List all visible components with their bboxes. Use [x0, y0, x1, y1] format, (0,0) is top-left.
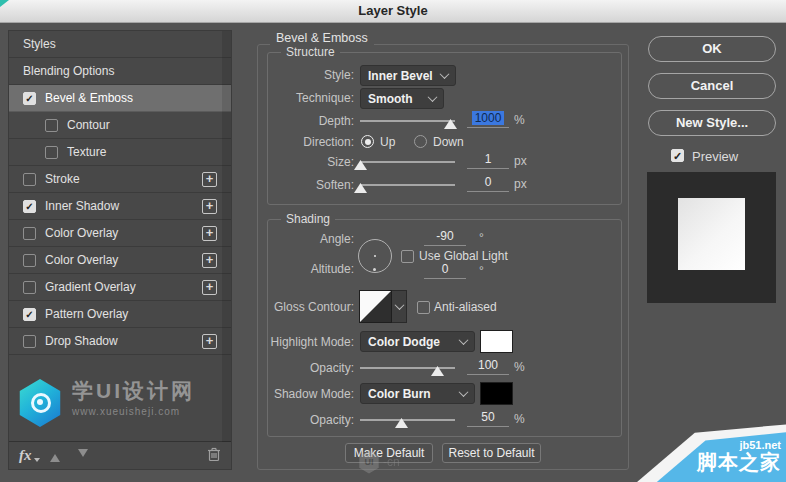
sidebar-item-contour[interactable]: Contour	[9, 112, 231, 139]
unchecked-checkbox-color-overlay-1[interactable]	[23, 227, 36, 240]
sidebar-item-gradient-overlay[interactable]: Gradient Overlay+	[9, 274, 231, 301]
uicn-logo-icon: UI	[358, 450, 380, 474]
add-effect-icon[interactable]: +	[202, 226, 217, 241]
highlight-mode-dropdown[interactable]: Color Dodge	[360, 331, 475, 352]
sidebar-item-color-overlay-1[interactable]: Color Overlay+	[9, 220, 231, 247]
unchecked-checkbox-stroke[interactable]	[23, 173, 36, 186]
highlight-opacity-label: Opacity:	[268, 361, 354, 375]
new-style-button[interactable]: New Style...	[648, 110, 776, 136]
size-input[interactable]: 1	[467, 151, 509, 169]
soften-label: Soften:	[268, 178, 354, 192]
anti-aliased-checkbox[interactable]	[417, 301, 430, 314]
unchecked-checkbox-texture[interactable]	[45, 146, 58, 159]
size-unit: px	[514, 154, 527, 168]
depth-input-selection: 1000	[472, 111, 505, 125]
altitude-input[interactable]: 0	[424, 261, 466, 279]
style-dropdown[interactable]: Inner Bevel	[360, 65, 456, 86]
shadow-mode-dropdown[interactable]: Color Burn	[360, 383, 475, 404]
sidebar-item-blending-options[interactable]: Blending Options	[9, 58, 231, 85]
depth-input[interactable]: 1000	[467, 110, 509, 128]
technique-label: Technique:	[268, 91, 354, 105]
soften-slider[interactable]	[360, 184, 455, 186]
direction-up-label[interactable]: Up	[380, 135, 395, 149]
sidebar-item-label: Contour	[67, 118, 217, 132]
highlight-opacity-slider[interactable]	[360, 367, 455, 369]
add-effect-icon[interactable]: +	[202, 199, 217, 214]
technique-dropdown[interactable]: Smooth	[360, 88, 444, 109]
gloss-contour-label: Gloss Contour:	[268, 300, 354, 314]
angle-input[interactable]: -90	[424, 228, 466, 246]
structure-legend: Structure	[281, 45, 340, 59]
checked-checkbox-pattern-overlay[interactable]: ✓	[23, 308, 36, 321]
move-effect-down-icon[interactable]	[78, 449, 88, 462]
cancel-button[interactable]: Cancel	[648, 73, 776, 99]
direction-down-radio[interactable]	[414, 135, 427, 148]
sidebar-item-inner-shadow[interactable]: ✓Inner Shadow+	[9, 193, 231, 220]
altitude-label: Altitude:	[268, 262, 354, 276]
sidebar-item-pattern-overlay[interactable]: ✓Pattern Overlay	[9, 301, 231, 328]
anti-aliased-label[interactable]: Anti-aliased	[434, 300, 497, 314]
add-effect-icon[interactable]: +	[202, 253, 217, 268]
shadow-color-swatch[interactable]	[480, 382, 513, 405]
page-title: Bevel & Emboss	[270, 31, 374, 45]
sidebar-item-stroke[interactable]: Stroke+	[9, 166, 231, 193]
sidebar-scrollbar[interactable]	[222, 31, 231, 442]
highlight-mode-label: Highlight Mode:	[268, 335, 354, 349]
depth-label: Depth:	[268, 114, 354, 128]
ok-button[interactable]: OK	[648, 36, 776, 62]
sidebar-item-label: Gradient Overlay	[45, 280, 193, 294]
angle-dial[interactable]	[358, 239, 392, 273]
delete-effect-icon[interactable]	[207, 446, 221, 466]
unchecked-checkbox-color-overlay-2[interactable]	[23, 254, 36, 267]
preview-label[interactable]: Preview	[692, 149, 738, 164]
window-titlebar[interactable]: Layer Style	[0, 0, 786, 23]
watermark-url: www.xueuisheji.com	[72, 406, 195, 417]
chevron-down-icon	[440, 69, 450, 79]
size-slider[interactable]	[360, 161, 455, 163]
sidebar-item-label: Inner Shadow	[45, 199, 193, 213]
jb51-name: 脚本之家	[697, 452, 781, 473]
unchecked-checkbox-drop-shadow[interactable]	[23, 335, 36, 348]
fx-menu-icon[interactable]: fx	[19, 447, 32, 464]
layer-style-sidebar: StylesBlending Options✓Bevel & EmbossCon…	[8, 30, 232, 470]
chevron-down-icon	[459, 335, 469, 345]
sidebar-item-label: Color Overlay	[45, 226, 193, 240]
angle-unit: °	[479, 231, 484, 245]
chevron-down-icon	[394, 300, 404, 310]
shadow-opacity-unit: %	[514, 412, 525, 426]
watermark-title: 学UI设计网	[72, 378, 195, 404]
shadow-opacity-input[interactable]: 50	[467, 409, 509, 427]
chevron-down-icon	[428, 92, 438, 102]
sidebar-bottom-bar: fx	[9, 441, 231, 469]
highlight-opacity-input[interactable]: 100	[467, 357, 509, 375]
depth-slider[interactable]	[360, 120, 455, 122]
watermark-xueuisheji: 学UI设计网 www.xueuisheji.com	[17, 378, 195, 428]
shadow-opacity-slider[interactable]	[360, 419, 455, 421]
unchecked-checkbox-contour[interactable]	[45, 119, 58, 132]
sidebar-item-label: Drop Shadow	[45, 334, 193, 348]
sidebar-item-styles[interactable]: Styles	[9, 31, 231, 58]
gloss-contour-dropdown[interactable]	[392, 290, 407, 323]
preview-checkbox[interactable]	[671, 149, 684, 162]
direction-down-label[interactable]: Down	[433, 135, 464, 149]
add-effect-icon[interactable]: +	[202, 280, 217, 295]
style-label: Style:	[268, 68, 354, 82]
sidebar-item-texture[interactable]: Texture	[9, 139, 231, 166]
checked-checkbox-inner-shadow[interactable]: ✓	[23, 200, 36, 213]
direction-up-radio[interactable]	[361, 135, 374, 148]
add-effect-icon[interactable]: +	[202, 334, 217, 349]
sidebar-item-color-overlay-2[interactable]: Color Overlay+	[9, 247, 231, 274]
checked-checkbox-bevel-emboss[interactable]: ✓	[23, 92, 36, 105]
soften-input[interactable]: 0	[467, 174, 509, 192]
reset-to-default-button[interactable]: Reset to Default	[442, 443, 541, 463]
unchecked-checkbox-gradient-overlay[interactable]	[23, 281, 36, 294]
sidebar-item-bevel-emboss[interactable]: ✓Bevel & Emboss	[9, 85, 231, 112]
highlight-color-swatch[interactable]	[480, 330, 513, 353]
sidebar-item-label: Color Overlay	[45, 253, 193, 267]
move-effect-up-icon[interactable]	[50, 449, 60, 462]
gloss-contour-preview[interactable]	[359, 290, 392, 323]
style-preview-square	[678, 198, 745, 270]
use-global-light-checkbox[interactable]	[401, 250, 414, 263]
add-effect-icon[interactable]: +	[202, 172, 217, 187]
sidebar-item-drop-shadow[interactable]: Drop Shadow+	[9, 328, 231, 355]
